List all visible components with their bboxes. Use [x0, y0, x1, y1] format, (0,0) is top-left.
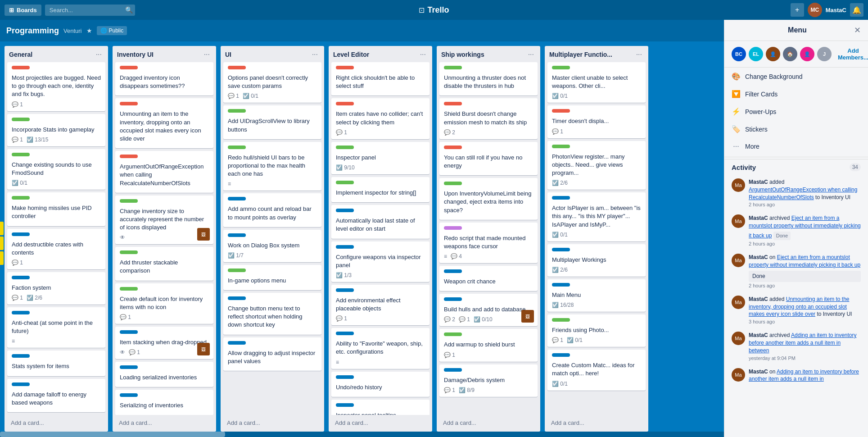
- list-menu-button[interactable]: ···: [202, 50, 212, 59]
- add-members-button[interactable]: Add Members...: [834, 46, 868, 63]
- search-input[interactable]: [45, 5, 135, 16]
- card[interactable]: Main Menu☑️ 16/28: [547, 279, 646, 312]
- card-text: Implement inspector for string[]: [336, 189, 425, 197]
- card[interactable]: Unmounting an item to the inventory, dro…: [115, 98, 213, 148]
- card[interactable]: Automatically load last state of level e…: [331, 205, 429, 238]
- card[interactable]: Inspector panel☑️ 9/10: [331, 142, 429, 174]
- card[interactable]: Master client unable to select weapons. …: [547, 62, 646, 103]
- card[interactable]: Faction system💬 1☑️ 2/6: [7, 272, 105, 305]
- card[interactable]: Damage/Debris system💬 1☑️ 8/9: [439, 364, 538, 397]
- activity-link[interactable]: ArgumentOutOfRangeException when calling…: [749, 187, 857, 200]
- card[interactable]: You can still roll if you have no energy: [439, 142, 538, 175]
- add-card-button[interactable]: Add a card...: [8, 418, 104, 428]
- card[interactable]: Dragged inventory icon disappears someti…: [115, 62, 213, 96]
- card[interactable]: PhotonView register... many objects.. Ne…: [547, 141, 646, 190]
- card-label-blue: [552, 248, 570, 251]
- card[interactable]: Item crates have no collider; can't sele…: [331, 98, 429, 139]
- card[interactable]: Anti-cheat (at some point in the future)…: [7, 307, 105, 348]
- add-card-button[interactable]: Add a card...: [548, 418, 645, 428]
- plus-button[interactable]: +: [791, 3, 804, 17]
- activity-header: Activity 34: [724, 159, 868, 175]
- card[interactable]: Redo hull/shield UI bars to be proportio…: [223, 142, 321, 191]
- menu-item-icon: ⚡: [732, 107, 741, 116]
- menu-item-more[interactable]: ···More: [724, 138, 868, 155]
- boards-button[interactable]: ⊞ Boards: [5, 5, 41, 16]
- member-avatar[interactable]: EL: [749, 47, 763, 61]
- card[interactable]: Right click shouldn't be able to select …: [331, 62, 429, 96]
- card[interactable]: Add thruster stackable comparison: [115, 247, 213, 280]
- list-menu-button[interactable]: ···: [94, 50, 104, 59]
- card[interactable]: Upon InventoryVolumeLimit being changed,…: [439, 178, 538, 220]
- card[interactable]: Redo script that made mounted weapons fa…: [439, 223, 538, 263]
- card-label-green: [228, 146, 246, 149]
- card[interactable]: Create Custom Matc... ideas for match op…: [547, 350, 646, 390]
- list-menu-button[interactable]: ···: [310, 50, 320, 59]
- card[interactable]: Stats system for items: [7, 351, 105, 376]
- card[interactable]: Make homing missiles use PID controller: [7, 192, 105, 226]
- menu-item-power-ups[interactable]: ⚡Power-Ups: [724, 103, 868, 120]
- card[interactable]: Multiplayer Workings☑️ 2/6: [547, 244, 646, 277]
- user-avatar[interactable]: MC: [808, 3, 822, 17]
- card[interactable]: Add damage falloff to energy based weapo…: [7, 379, 105, 412]
- add-card-button[interactable]: Add a card...: [332, 418, 429, 428]
- card[interactable]: Actor IsPlayer is am... between "is this…: [547, 192, 646, 241]
- member-avatar[interactable]: 👤: [766, 47, 780, 61]
- board-scrollbar[interactable]: [0, 432, 724, 437]
- card-meta: ☑️ 2/6: [552, 267, 641, 273]
- card[interactable]: Most projectiles are bugged. Need to go …: [7, 62, 105, 111]
- card-text: Add warmup to shield burst: [444, 341, 533, 349]
- add-card-button[interactable]: Add a card...: [224, 418, 321, 428]
- card[interactable]: Shield Burst doesn't change emission mes…: [439, 98, 538, 139]
- menu-item-filter-cards[interactable]: 🔽Filter Cards: [724, 85, 868, 103]
- card[interactable]: Inspector panel tooltips: [331, 400, 429, 415]
- card[interactable]: Friends using Photo...💬 1☑️ 0/1: [547, 314, 646, 347]
- card[interactable]: Undo/redo history: [331, 372, 429, 397]
- card[interactable]: Weapon crit chance: [439, 266, 538, 291]
- card-text: Damage/Debris system: [444, 376, 533, 384]
- card[interactable]: Work on Dialog Box system☑️ 1/7: [223, 230, 321, 262]
- card-meta-item: ☑️ 8/9: [459, 387, 475, 393]
- nav-right: + MC MastaC 🔔: [791, 3, 863, 17]
- member-avatar[interactable]: 👤: [800, 47, 814, 61]
- member-avatar[interactable]: BC: [732, 47, 746, 61]
- card[interactable]: Options panel doesn't correctly save cus…: [223, 62, 321, 103]
- card[interactable]: Add UIDragScrollView to library buttons: [223, 105, 321, 139]
- card[interactable]: Add ammo count and reload bar to mount p…: [223, 193, 321, 227]
- card[interactable]: Configure weapons via inspector panel☑️ …: [331, 241, 429, 282]
- close-menu-button[interactable]: ✕: [854, 25, 861, 35]
- list-menu-button[interactable]: ···: [526, 50, 536, 59]
- card[interactable]: Loading serialized inventories: [115, 362, 213, 387]
- list-menu-button[interactable]: ···: [634, 50, 644, 59]
- card-text: Change existing sounds to use FmodSound: [12, 161, 101, 177]
- card[interactable]: Serializing of inventories: [115, 390, 213, 415]
- card[interactable]: Incorporate Stats into gameplay💬 1☑️ 13/…: [7, 114, 105, 146]
- card[interactable]: ArgumentOutOfRangeException when calling…: [115, 151, 213, 193]
- card[interactable]: Ability to "Favorite" weapon, ship, etc.…: [331, 328, 429, 369]
- card[interactable]: Add environmental effect placeable objec…: [331, 285, 429, 325]
- list-ship-workings: Ship workings···Unmounting a thruster do…: [437, 46, 540, 432]
- card[interactable]: Change inventory size to accurately repr…: [115, 196, 213, 245]
- card[interactable]: Add destructible crates with contents💬 1: [7, 229, 105, 269]
- card[interactable]: Allow dragging to adjust inspector panel…: [223, 337, 321, 371]
- member-avatar[interactable]: 🏠: [783, 47, 797, 61]
- menu-item-change-background[interactable]: 🎨Change Background: [724, 68, 868, 85]
- card[interactable]: In-game options menu: [223, 265, 321, 290]
- card[interactable]: Add warmup to shield burst💬 1: [439, 329, 538, 361]
- notifications-button[interactable]: 🔔: [850, 3, 863, 17]
- member-avatar[interactable]: J: [817, 47, 832, 61]
- card[interactable]: Change button menu text to reflect short…: [223, 293, 321, 335]
- card[interactable]: Change existing sounds to use FmodSound☑…: [7, 149, 105, 190]
- add-card-button[interactable]: Add a card...: [440, 418, 537, 428]
- card[interactable]: Unmounting a thruster does not disable t…: [439, 62, 538, 96]
- add-card-button[interactable]: Add a card...: [116, 418, 212, 428]
- menu-item-stickers[interactable]: 🏷️Stickers: [724, 120, 868, 138]
- card[interactable]: Build hulls and add to database💬 2💬 1☑️ …: [439, 294, 538, 326]
- card[interactable]: Item stacking when drag-dropped👁 💬 1🖼: [115, 327, 213, 359]
- list-cards: Options panel doesn't correctly save cus…: [221, 62, 324, 415]
- card[interactable]: Create default icon for inventory items …: [115, 283, 213, 324]
- card[interactable]: Implement inspector for string[]: [331, 177, 429, 202]
- star-icon[interactable]: ★: [86, 27, 92, 34]
- list-menu-button[interactable]: ···: [418, 50, 428, 59]
- menu-members-row: BCEL👤🏠👤JAdd Members...: [724, 41, 868, 68]
- card[interactable]: Timer doesn't displa...💬 1: [547, 105, 646, 138]
